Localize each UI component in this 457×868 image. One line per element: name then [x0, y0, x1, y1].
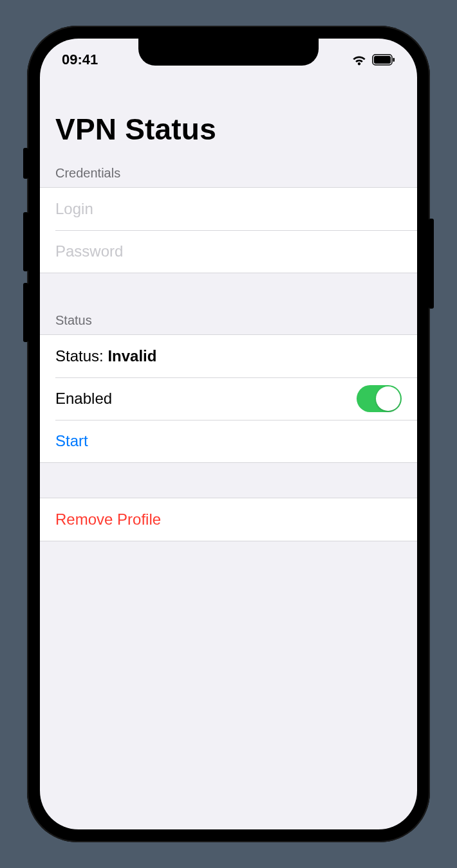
notch	[138, 39, 319, 66]
status-time: 09:41	[62, 51, 98, 68]
svg-rect-1	[374, 56, 391, 64]
start-cell[interactable]: Start	[40, 420, 417, 462]
remove-profile-cell[interactable]: Remove Profile	[40, 498, 417, 541]
enabled-cell: Enabled	[40, 377, 417, 420]
svg-rect-2	[393, 58, 395, 62]
start-button[interactable]: Start	[55, 432, 88, 450]
remove-profile-button[interactable]: Remove Profile	[55, 511, 161, 529]
password-cell[interactable]	[40, 230, 417, 273]
status-header: Status	[40, 308, 417, 334]
status-group: Status: Invalid Enabled Start	[40, 334, 417, 463]
power-button	[429, 219, 434, 309]
page-title: VPN Status	[40, 104, 417, 161]
password-input[interactable]	[55, 242, 402, 260]
credentials-header: Credentials	[40, 161, 417, 187]
screen: 09:41 VPN Status Credentials	[40, 39, 417, 829]
login-cell[interactable]	[40, 188, 417, 230]
wifi-icon	[351, 54, 367, 66]
actions-group: Remove Profile	[40, 498, 417, 541]
content: VPN Status Credentials Status Status: In…	[40, 72, 417, 541]
login-input[interactable]	[55, 200, 402, 218]
section-gap-2	[40, 463, 417, 498]
status-prefix: Status:	[55, 347, 107, 365]
volume-up-button	[23, 212, 28, 271]
volume-down-button	[23, 283, 28, 342]
status-indicators	[351, 54, 395, 66]
enabled-toggle[interactable]	[357, 385, 402, 412]
status-label: Status: Invalid	[55, 347, 156, 365]
mute-switch	[23, 148, 28, 179]
status-cell: Status: Invalid	[40, 335, 417, 377]
toggle-knob	[376, 386, 400, 411]
phone-frame: 09:41 VPN Status Credentials	[27, 26, 430, 842]
credentials-group	[40, 187, 417, 273]
section-gap	[40, 273, 417, 308]
enabled-label: Enabled	[55, 390, 112, 408]
status-value: Invalid	[107, 347, 156, 365]
battery-icon	[372, 54, 395, 66]
